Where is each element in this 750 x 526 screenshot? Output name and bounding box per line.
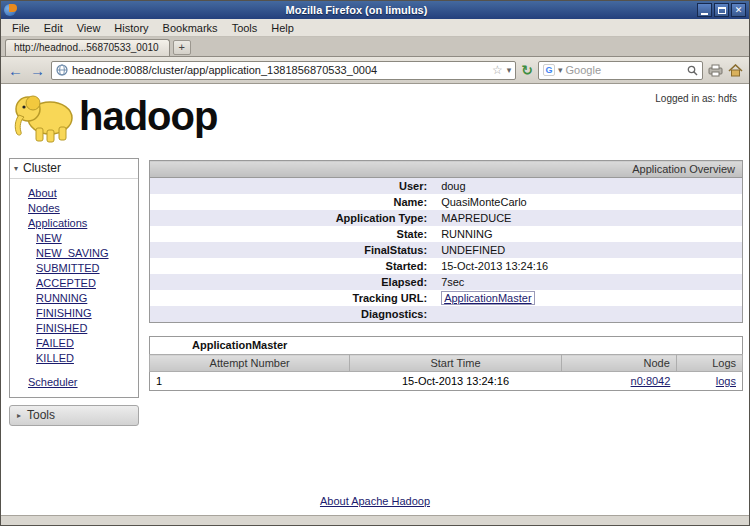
- field-label: Started:: [150, 258, 435, 274]
- field-value: 15-Oct-2013 13:24:16: [434, 258, 742, 274]
- sidebar-item-running[interactable]: RUNNING: [36, 292, 87, 304]
- tracking-url-link[interactable]: ApplicationMaster: [441, 291, 534, 305]
- application-master-table: ApplicationMaster Attempt Number Start T…: [149, 336, 743, 391]
- browser-tab[interactable]: http://headnod...56870533_0010: [5, 39, 170, 56]
- menu-view[interactable]: View: [70, 20, 108, 36]
- forward-button[interactable]: →: [29, 63, 46, 78]
- back-button[interactable]: ←: [7, 63, 24, 78]
- hadoop-elephant-icon: [11, 88, 77, 144]
- field-value: MAPREDUCE: [434, 210, 742, 226]
- table-row: State: RUNNING: [150, 226, 743, 242]
- navigation-toolbar: ← → headnode:8088/cluster/app/applicatio…: [1, 57, 749, 84]
- tools-section-header[interactable]: ▸ Tools: [9, 405, 139, 426]
- url-text[interactable]: headnode:8088/cluster/app/application_13…: [72, 64, 488, 76]
- column-header-logs[interactable]: Logs: [676, 355, 742, 372]
- logged-in-status: Logged in as: hdfs: [655, 93, 737, 104]
- maximize-icon: [718, 7, 726, 14]
- cluster-section-label: Cluster: [23, 161, 61, 175]
- menu-edit[interactable]: Edit: [37, 20, 70, 36]
- sidebar-item-applications[interactable]: Applications: [28, 217, 87, 229]
- browser-window: Mozilla Firefox (on limulus) ✕ File Edit…: [0, 0, 750, 526]
- field-value: 7sec: [434, 274, 742, 290]
- menu-bar: File Edit View History Bookmarks Tools H…: [1, 19, 749, 37]
- firefox-icon: [4, 4, 16, 16]
- page-content: Logged in as: hdfs hadoop ▾ Cluster: [1, 84, 749, 515]
- table-row: User: doug: [150, 178, 743, 195]
- menu-tools[interactable]: Tools: [225, 20, 265, 36]
- hadoop-logo: hadoop: [11, 88, 217, 144]
- tools-section-label: Tools: [27, 408, 55, 422]
- field-label: State:: [150, 226, 435, 242]
- sidebar-item-nodes[interactable]: Nodes: [28, 202, 60, 214]
- reload-button[interactable]: ↻: [521, 63, 533, 77]
- home-icon[interactable]: [728, 64, 743, 77]
- table-row: FinalStatus: UNDEFINED: [150, 242, 743, 258]
- minimize-icon: [701, 13, 708, 15]
- main-panel: Application Overview User: doug Name: Qu…: [149, 160, 743, 391]
- expand-arrow-icon: ▸: [17, 411, 21, 420]
- bookmark-star-icon[interactable]: ☆: [492, 64, 503, 76]
- url-bar[interactable]: headnode:8088/cluster/app/application_13…: [51, 61, 516, 80]
- sidebar-item-finished[interactable]: FINISHED: [36, 322, 87, 334]
- node-link[interactable]: n0:8042: [631, 375, 671, 387]
- window-title: Mozilla Firefox (on limulus): [16, 4, 697, 16]
- attempt-number-cell: 1: [150, 372, 350, 391]
- sidebar-item-failed[interactable]: FAILED: [36, 337, 74, 349]
- about-hadoop-link[interactable]: About Apache Hadoop: [320, 495, 430, 507]
- close-icon: ✕: [735, 6, 743, 15]
- printer-icon[interactable]: [708, 64, 723, 77]
- minimize-button[interactable]: [697, 3, 712, 17]
- sidebar-item-new-saving[interactable]: NEW_SAVING: [36, 247, 109, 259]
- search-box[interactable]: G ▾ Google: [538, 61, 703, 80]
- field-value: RUNNING: [434, 226, 742, 242]
- sidebar-item-submitted[interactable]: SUBMITTED: [36, 262, 100, 274]
- page-footer: About Apache Hadoop: [1, 495, 749, 507]
- table-row: 1 15-Oct-2013 13:24:16 n0:8042 logs: [150, 372, 743, 391]
- start-time-cell: 15-Oct-2013 13:24:16: [350, 372, 561, 391]
- column-header-node[interactable]: Node: [561, 355, 676, 372]
- field-value: QuasiMonteCarlo: [434, 194, 742, 210]
- collapse-arrow-icon: ▾: [14, 164, 18, 173]
- sidebar-item-about[interactable]: About: [28, 187, 57, 199]
- menu-help[interactable]: Help: [264, 20, 301, 36]
- menu-file[interactable]: File: [5, 20, 37, 36]
- sidebar-item-scheduler[interactable]: Scheduler: [28, 376, 78, 388]
- field-value: [434, 306, 742, 323]
- window-titlebar: Mozilla Firefox (on limulus) ✕: [1, 1, 749, 19]
- field-label: FinalStatus:: [150, 242, 435, 258]
- table-row: Started: 15-Oct-2013 13:24:16: [150, 258, 743, 274]
- cluster-nav-box: ▾ Cluster About Nodes Applications NEW N…: [9, 158, 139, 398]
- sidebar: ▾ Cluster About Nodes Applications NEW N…: [9, 158, 139, 426]
- magnifier-icon[interactable]: [687, 65, 698, 76]
- cluster-section-header[interactable]: ▾ Cluster: [10, 159, 138, 179]
- menu-bookmarks[interactable]: Bookmarks: [156, 20, 225, 36]
- am-table-title: ApplicationMaster: [150, 337, 743, 355]
- globe-icon: [56, 64, 68, 76]
- search-engine-dropdown-icon[interactable]: ▾: [558, 66, 563, 75]
- overview-table-title: Application Overview: [150, 161, 743, 178]
- column-header-attempt-number[interactable]: Attempt Number: [150, 355, 350, 372]
- menu-history[interactable]: History: [107, 20, 155, 36]
- sidebar-item-finishing[interactable]: FINISHING: [36, 307, 92, 319]
- field-label: Application Type:: [150, 210, 435, 226]
- field-value: UNDEFINED: [434, 242, 742, 258]
- status-bar: [1, 515, 749, 525]
- maximize-button[interactable]: [714, 3, 729, 17]
- url-dropdown-icon[interactable]: ▾: [507, 66, 512, 75]
- search-input[interactable]: Google: [566, 64, 684, 76]
- table-row: Diagnostics:: [150, 306, 743, 323]
- close-button[interactable]: ✕: [731, 3, 746, 17]
- sidebar-item-new[interactable]: NEW: [36, 232, 62, 244]
- sidebar-item-accepted[interactable]: ACCEPTED: [36, 277, 96, 289]
- logs-link[interactable]: logs: [716, 375, 736, 387]
- column-header-start-time[interactable]: Start Time: [350, 355, 561, 372]
- field-label: User:: [150, 178, 435, 195]
- field-label: Diagnostics:: [150, 306, 435, 323]
- new-tab-button[interactable]: +: [173, 40, 191, 55]
- table-row: Elapsed: 7sec: [150, 274, 743, 290]
- field-label: Tracking URL:: [150, 290, 435, 306]
- sidebar-item-killed[interactable]: KILLED: [36, 352, 74, 364]
- field-label: Name:: [150, 194, 435, 210]
- table-row: Name: QuasiMonteCarlo: [150, 194, 743, 210]
- table-row: Application Type: MAPREDUCE: [150, 210, 743, 226]
